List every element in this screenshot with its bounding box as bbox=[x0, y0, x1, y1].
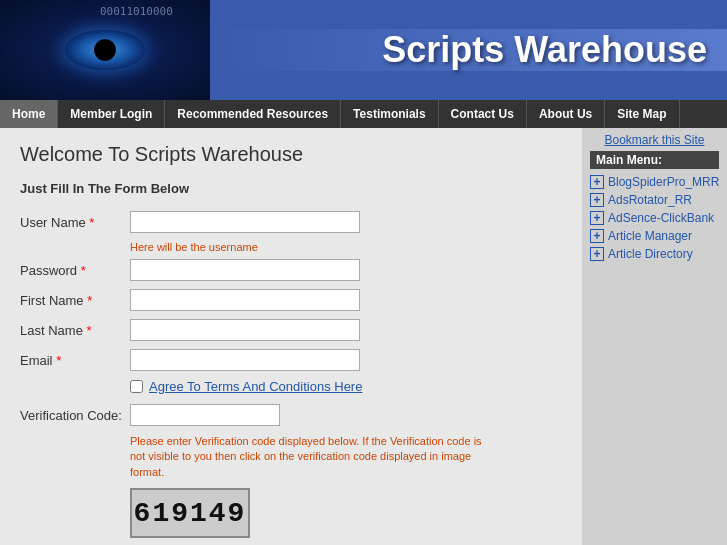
site-title: Scripts Warehouse bbox=[382, 29, 707, 71]
email-row: Email * bbox=[20, 349, 562, 371]
header-title-area: Scripts Warehouse bbox=[210, 29, 727, 71]
bookmark-link[interactable]: Bookmark this Site bbox=[590, 133, 719, 147]
verif-input[interactable] bbox=[130, 404, 280, 426]
header: 00011010000 Scripts Warehouse bbox=[0, 0, 727, 100]
nav-recommended-resources[interactable]: Recommended Resources bbox=[165, 100, 341, 128]
sidebar-item-adsrotator[interactable]: + AdsRotator_RR bbox=[590, 191, 719, 209]
username-input[interactable] bbox=[130, 211, 360, 233]
verif-hint: Please enter Verification code displayed… bbox=[130, 434, 490, 480]
lastname-row: Last Name * bbox=[20, 319, 562, 341]
plus-icon-4: + bbox=[590, 229, 604, 243]
terms-row: Agree To Terms And Conditions Here bbox=[130, 379, 562, 394]
password-input[interactable] bbox=[130, 259, 360, 281]
password-label: Password * bbox=[20, 259, 130, 278]
sidebar-label-article-manager: Article Manager bbox=[608, 229, 692, 243]
nav-site-map[interactable]: Site Map bbox=[605, 100, 679, 128]
nav-member-login[interactable]: Member Login bbox=[58, 100, 165, 128]
firstname-label: First Name * bbox=[20, 289, 130, 308]
sidebar-label-adsrotator: AdsRotator_RR bbox=[608, 193, 692, 207]
content-wrapper: Welcome To Scripts Warehouse Just Fill I… bbox=[0, 128, 727, 545]
sidebar-item-blogspiderpro[interactable]: + BlogSpiderPro_MRR bbox=[590, 173, 719, 191]
firstname-row: First Name * bbox=[20, 289, 562, 311]
username-label: User Name * bbox=[20, 211, 130, 230]
email-input[interactable] bbox=[130, 349, 360, 371]
firstname-input[interactable] bbox=[130, 289, 360, 311]
sidebar-label-blogspiderpro: BlogSpiderPro_MRR bbox=[608, 175, 719, 189]
sidebar: Bookmark this Site Main Menu: + BlogSpid… bbox=[582, 128, 727, 545]
header-binary-numbers: 00011010000 bbox=[100, 5, 173, 18]
sidebar-item-adsence[interactable]: + AdSence-ClickBank bbox=[590, 209, 719, 227]
username-required-star: * bbox=[86, 215, 95, 230]
username-input-col bbox=[130, 211, 360, 233]
verif-label: Verification Code: bbox=[20, 404, 130, 423]
main-menu-title: Main Menu: bbox=[590, 151, 719, 169]
nav-contact-us[interactable]: Contact Us bbox=[439, 100, 527, 128]
page-title: Welcome To Scripts Warehouse bbox=[20, 143, 562, 166]
email-label: Email * bbox=[20, 349, 130, 368]
plus-icon-5: + bbox=[590, 247, 604, 261]
nav-testimonials[interactable]: Testimonials bbox=[341, 100, 438, 128]
plus-icon-3: + bbox=[590, 211, 604, 225]
firstname-required-star: * bbox=[84, 293, 93, 308]
main-content: Welcome To Scripts Warehouse Just Fill I… bbox=[0, 128, 582, 545]
terms-checkbox[interactable] bbox=[130, 380, 143, 393]
username-hint: Here will be the username bbox=[130, 241, 562, 253]
password-required-star: * bbox=[77, 263, 86, 278]
plus-icon-1: + bbox=[590, 175, 604, 189]
nav-home[interactable]: Home bbox=[0, 100, 58, 128]
sidebar-label-article-directory: Article Directory bbox=[608, 247, 693, 261]
password-row: Password * bbox=[20, 259, 562, 281]
terms-link[interactable]: Agree To Terms And Conditions Here bbox=[149, 379, 362, 394]
navbar: Home Member Login Recommended Resources … bbox=[0, 100, 727, 128]
captcha-image[interactable]: 619149 bbox=[130, 488, 250, 538]
verif-row: Verification Code: bbox=[20, 404, 562, 426]
nav-about-us[interactable]: About Us bbox=[527, 100, 605, 128]
form-subtitle: Just Fill In The Form Below bbox=[20, 181, 562, 196]
username-row: User Name * bbox=[20, 211, 562, 233]
sidebar-label-adsence: AdSence-ClickBank bbox=[608, 211, 714, 225]
sidebar-item-article-directory[interactable]: + Article Directory bbox=[590, 245, 719, 263]
lastname-label: Last Name * bbox=[20, 319, 130, 338]
lastname-required-star: * bbox=[83, 323, 92, 338]
plus-icon-2: + bbox=[590, 193, 604, 207]
email-required-star: * bbox=[53, 353, 62, 368]
sidebar-item-article-manager[interactable]: + Article Manager bbox=[590, 227, 719, 245]
lastname-input[interactable] bbox=[130, 319, 360, 341]
